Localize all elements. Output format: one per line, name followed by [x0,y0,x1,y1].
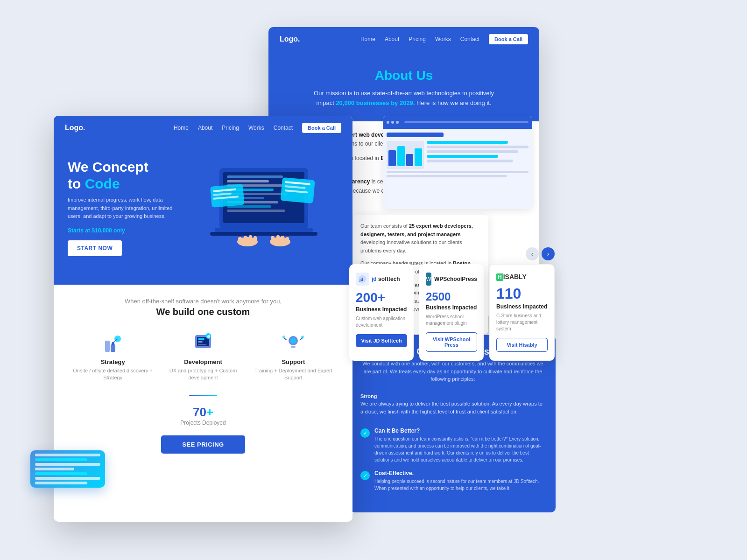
code-line-5 [35,472,87,475]
stats-section: 70+ Projects Deployed [68,405,338,426]
main-nav-home[interactable]: Home [174,125,189,131]
preview-chart-1 [387,141,424,169]
wp-logo-text: WPSchoolPress [434,276,477,282]
client-card-wpschoolpress: W WPSchoolPress 2500 Business Impacted W… [419,264,484,361]
check-icon-better: ✓ [360,428,370,438]
svg-rect-45 [291,346,296,348]
hero-title: We Concept to Code [68,159,180,192]
main-nav-about[interactable]: About [198,125,212,131]
preview-line-4 [427,155,498,158]
about-nav-home[interactable]: Home [360,36,375,42]
svg-rect-26 [254,236,257,243]
support-icon [282,330,305,354]
core-value-cost: ✓ Cost-Effective. Helping people succeed… [360,470,545,492]
main-nav-pricing[interactable]: Pricing [222,125,239,131]
preview-line-3 [427,150,518,153]
wp-number: 2500 [426,290,477,303]
svg-rect-19 [215,228,313,232]
svg-point-35 [112,342,114,345]
svg-rect-3 [227,180,269,182]
about-hero: About Us Our mission is to use state-of-… [268,51,539,121]
carousel-next-button[interactable]: › [542,247,555,260]
clients-carousel: ‹ › jd jd softtech 200+ Business Impacte… [349,247,555,361]
main-book-call-button[interactable]: Book a Call [302,123,341,133]
preview-line-2 [427,146,529,148]
bar-4 [415,148,422,166]
svg-point-48 [282,336,285,338]
svg-text:⚙: ⚙ [207,335,210,339]
preview-url-bar [404,121,529,123]
about-title: About Us [280,68,528,83]
strategy-desc: Onsite / offsite detailed discovery + St… [68,367,158,382]
visit-hisably-button[interactable]: Visit Hisably [496,338,548,352]
preview-nav-bar [383,116,532,129]
development-desc: UX and prototyping + Custom development [158,367,248,382]
wp-label: Business Impacted [426,304,477,311]
preview-line-1 [427,141,508,144]
client-cards: jd jd softtech 200+ Business Impacted Cu… [349,264,555,361]
hero-text: We Concept to Code Improve internal prog… [68,159,180,256]
wp-logo-icon: W [426,273,431,286]
main-nav: Logo. Home About Pricing Works Contact B… [54,116,352,140]
svg-rect-39 [198,341,203,343]
svg-rect-10 [227,210,285,212]
svg-rect-31 [111,344,115,352]
preview-row-1 [387,133,444,137]
preview-line-6 [387,171,529,173]
hero-description: Improve internal progress, work flow, da… [68,196,180,221]
about-nav-about[interactable]: About [385,36,399,42]
svg-rect-29 [281,236,284,243]
svg-rect-23 [238,237,242,244]
visit-wp-button[interactable]: Visit WPSchool Press [426,332,477,352]
hisably-label: Business Impacted [496,303,548,310]
about-logo: Logo. [280,35,300,43]
carousel-prev-button[interactable]: ‹ [526,247,539,260]
preview-content [383,129,532,181]
code-lines [30,450,105,488]
hisably-desc: C-Store business and lottery management … [496,313,548,332]
tagline-main: We build one custom [68,307,338,317]
jd-icon: jd [358,275,366,283]
about-nav-pricing[interactable]: Pricing [409,36,426,42]
about-nav-works[interactable]: Works [435,36,451,42]
jd-number: 200+ [356,290,407,305]
about-nav-contact[interactable]: Contact [460,36,479,42]
strong-text: Strong We are always trying to deliver t… [360,392,545,416]
code-line-7 [35,482,87,484]
better-text: The one question our team constantly ask… [374,435,545,463]
main-nav-works[interactable]: Works [248,125,264,131]
services-row: Strategy Onsite / offsite detailed disco… [68,330,338,382]
about-nav: Logo. Home About Pricing Works Contact B… [268,27,539,51]
code-line-3 [35,463,100,466]
stats-label: Projects Deployed [68,420,338,426]
carousel-nav: ‹ › [349,247,555,260]
preview-line-7 [387,175,507,177]
support-title: Support [248,358,338,365]
jd-logo-text: jd softtech [372,276,400,282]
jd-logo-area: jd jd softtech [356,273,407,286]
svg-point-44 [290,338,296,343]
svg-rect-2 [227,175,283,178]
core-values-subtitle: We conduct with one another, with our cu… [360,360,545,383]
see-pricing-button[interactable]: SEE PRICING [161,435,245,454]
cost-content: Cost-Effective. Helping people succeed i… [374,470,545,492]
main-nav-contact[interactable]: Contact [274,125,293,131]
preview-line-5 [427,160,513,162]
core-values-list: Strong We are always trying to deliver t… [360,392,545,492]
start-now-button[interactable]: START NOW [68,240,122,256]
about-book-call-button[interactable]: Book a Call [489,34,528,44]
svg-rect-25 [249,235,252,243]
code-line-6 [35,477,100,480]
svg-point-49 [301,336,304,338]
hisably-logo-text: HISABLY [496,273,527,280]
laptop-illustration [210,163,317,247]
preview-chart-row [387,141,529,169]
cost-title: Cost-Effective. [374,470,545,476]
hero-illustration [189,159,338,247]
code-line-2 [35,458,87,461]
visit-jd-button[interactable]: Visit JD Softtech [356,334,407,347]
tagline-sub: When off-the-shelf software doesn't work… [68,298,338,305]
jd-label: Business Impacted [356,306,407,313]
stats-number: 70+ [68,405,338,420]
core-value-better: ✓ Can It Be Better? The one question our… [360,427,545,463]
